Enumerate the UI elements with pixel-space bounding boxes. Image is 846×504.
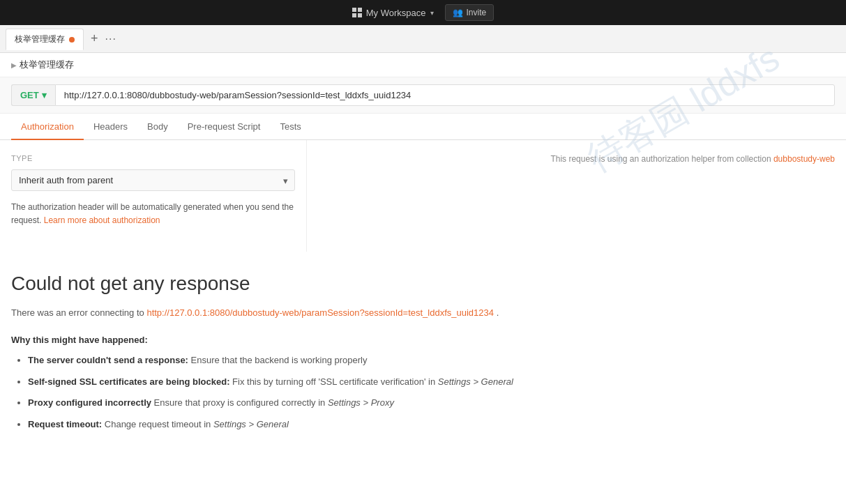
tab-tests[interactable]: Tests <box>270 114 310 140</box>
auth-select-wrapper: Inherit auth from parent No Auth Bearer … <box>11 169 295 191</box>
workspace-icon <box>352 8 362 17</box>
top-navigation: My Workspace ▾ 👥 Invite <box>0 0 846 25</box>
url-bar: GET ▾ <box>0 77 846 114</box>
learn-more-link[interactable]: Learn more about authorization <box>44 215 160 225</box>
more-tabs-button[interactable]: ··· <box>105 33 116 45</box>
why-section: Why this might have happened: The server… <box>11 335 835 432</box>
workspace-label: My Workspace <box>366 8 426 18</box>
breadcrumb-label: 枝举管理缓存 <box>20 59 74 71</box>
chevron-down-icon: ▾ <box>430 9 434 17</box>
auth-helper-message: This request is using an authorization h… <box>550 154 835 164</box>
add-tab-button[interactable]: + <box>86 31 103 46</box>
why-item: Request timeout: Change request timeout … <box>28 418 835 432</box>
invite-icon: 👥 <box>453 8 463 17</box>
auth-right-panel: This request is using an authorization h… <box>307 140 846 252</box>
tab-label: 枝举管理缓存 <box>15 33 65 45</box>
tab-pre-request[interactable]: Pre-request Script <box>178 114 271 140</box>
error-url-link[interactable]: http://127.0.0.1:8080/dubbostudy-web/par… <box>146 307 494 318</box>
method-chevron-icon: ▾ <box>42 90 47 100</box>
breadcrumb: ▶ 枝举管理缓存 <box>0 53 846 77</box>
auth-panel: TYPE Inherit auth from parent No Auth Be… <box>0 140 846 252</box>
tab-body[interactable]: Body <box>137 114 178 140</box>
invite-label: Invite <box>467 8 487 17</box>
auth-left-panel: TYPE Inherit auth from parent No Auth Be… <box>0 140 307 252</box>
why-item: The server couldn't send a response: Ens… <box>28 353 835 368</box>
auth-description: The authorization header will be automat… <box>11 201 295 227</box>
url-input[interactable] <box>55 84 835 106</box>
error-description: There was an error connecting to http://… <box>11 306 835 321</box>
workspace-button[interactable]: My Workspace ▾ <box>352 8 434 18</box>
error-section: Could not get any response There was an … <box>0 252 846 453</box>
tab-headers[interactable]: Headers <box>84 114 137 140</box>
auth-type-label: TYPE <box>11 154 295 162</box>
why-item: Proxy configured incorrectly Ensure that… <box>28 396 835 411</box>
method-button[interactable]: GET ▾ <box>11 84 55 106</box>
auth-type-select[interactable]: Inherit auth from parent No Auth Bearer … <box>11 169 295 191</box>
why-list: The server couldn't send a response: Ens… <box>11 353 835 432</box>
why-item: Self-signed SSL certificates are being b… <box>28 375 835 390</box>
tabs-bar: 枝举管理缓存 + ··· <box>0 25 846 53</box>
collection-link[interactable]: dubbostudy-web <box>773 154 835 164</box>
error-title: Could not get any response <box>11 273 835 295</box>
breadcrumb-arrow-icon: ▶ <box>11 61 17 69</box>
why-title: Why this might have happened: <box>11 335 835 345</box>
request-tabs: Authorization Headers Body Pre-request S… <box>0 114 846 140</box>
active-tab[interactable]: 枝举管理缓存 <box>6 29 84 50</box>
method-label: GET <box>20 90 39 100</box>
tab-authorization[interactable]: Authorization <box>11 114 84 140</box>
invite-button[interactable]: 👥 Invite <box>445 4 494 21</box>
tab-modified-dot <box>69 37 75 43</box>
